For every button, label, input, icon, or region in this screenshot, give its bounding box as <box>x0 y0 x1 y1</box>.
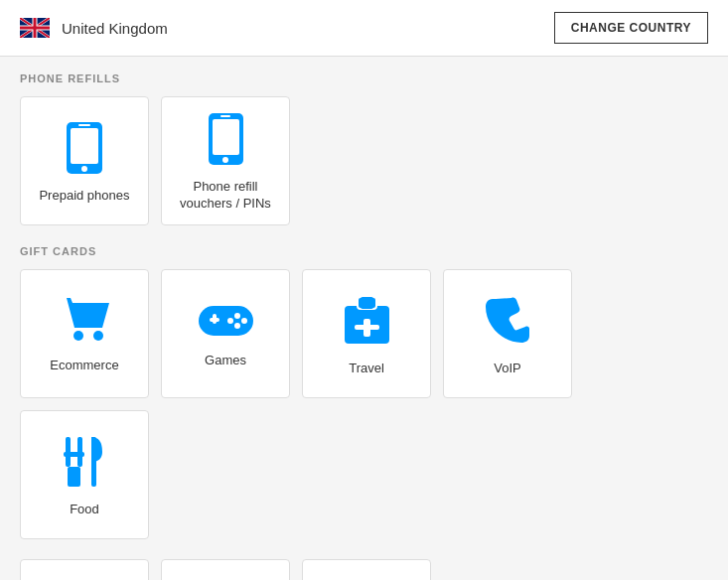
suitcase-icon <box>340 291 394 351</box>
gift-cards-section: GIFT CARDS Ecommerce <box>20 245 708 580</box>
change-country-button[interactable]: CHANGE COUNTRY <box>554 12 708 44</box>
header-left: United Kingdom <box>20 18 168 38</box>
gift-cards-row2: Entertainment Lightning <box>20 559 708 580</box>
phone-refills-section: PHONE REFILLS Prepaid phones <box>20 72 708 225</box>
phone-icon <box>55 118 114 178</box>
food-icon <box>58 432 112 492</box>
phone-refill-vouchers-label: Phone refill vouchers / PINs <box>172 179 279 213</box>
svg-rect-8 <box>220 115 230 117</box>
svg-rect-4 <box>78 124 90 126</box>
svg-rect-22 <box>355 325 379 330</box>
gamepad-icon <box>194 298 258 343</box>
ecommerce-label: Ecommerce <box>50 358 118 374</box>
travel-label: Travel <box>349 361 384 377</box>
games-label: Games <box>205 353 246 369</box>
games-card[interactable]: Games <box>161 269 290 398</box>
header: United Kingdom CHANGE COUNTRY <box>0 0 728 57</box>
other-products-card[interactable]: Other products <box>302 559 431 580</box>
phone-refill-vouchers-card[interactable]: Phone refill vouchers / PINs <box>161 96 290 225</box>
cart-icon <box>55 293 114 348</box>
prepaid-phones-label: Prepaid phones <box>39 188 129 205</box>
svg-point-17 <box>227 318 233 324</box>
svg-rect-6 <box>213 119 239 155</box>
svg-rect-25 <box>64 452 84 457</box>
gift-cards-row1: Ecommerce Games <box>20 269 708 539</box>
svg-point-10 <box>93 331 103 341</box>
travel-card[interactable]: Travel <box>302 269 431 398</box>
phone-refills-label: PHONE REFILLS <box>20 72 708 84</box>
svg-point-15 <box>241 318 247 324</box>
ecommerce-card[interactable]: Ecommerce <box>20 269 149 398</box>
phone2-icon <box>199 109 253 169</box>
voip-label: VoIP <box>494 361 520 377</box>
svg-point-7 <box>222 157 228 163</box>
svg-point-9 <box>73 331 83 341</box>
svg-point-3 <box>81 166 87 172</box>
food-card[interactable]: Food <box>20 410 149 539</box>
lightning-card[interactable]: Lightning <box>161 559 290 580</box>
uk-flag-icon <box>20 18 50 38</box>
svg-rect-2 <box>71 128 98 164</box>
food-label: Food <box>70 502 99 518</box>
main-content: PHONE REFILLS Prepaid phones <box>0 57 728 580</box>
voip-icon <box>478 291 537 351</box>
prepaid-phones-card[interactable]: Prepaid phones <box>20 96 149 225</box>
gift-cards-label: GIFT CARDS <box>20 245 708 257</box>
country-name: United Kingdom <box>62 20 168 37</box>
svg-point-14 <box>234 313 240 319</box>
svg-rect-13 <box>213 314 217 324</box>
svg-rect-26 <box>68 467 80 487</box>
phone-refills-cards: Prepaid phones Phone refill vouchers / P… <box>20 96 708 225</box>
svg-rect-20 <box>361 297 373 309</box>
voip-card[interactable]: VoIP <box>443 269 572 398</box>
entertainment-card[interactable]: Entertainment <box>20 559 149 580</box>
svg-point-16 <box>234 323 240 329</box>
